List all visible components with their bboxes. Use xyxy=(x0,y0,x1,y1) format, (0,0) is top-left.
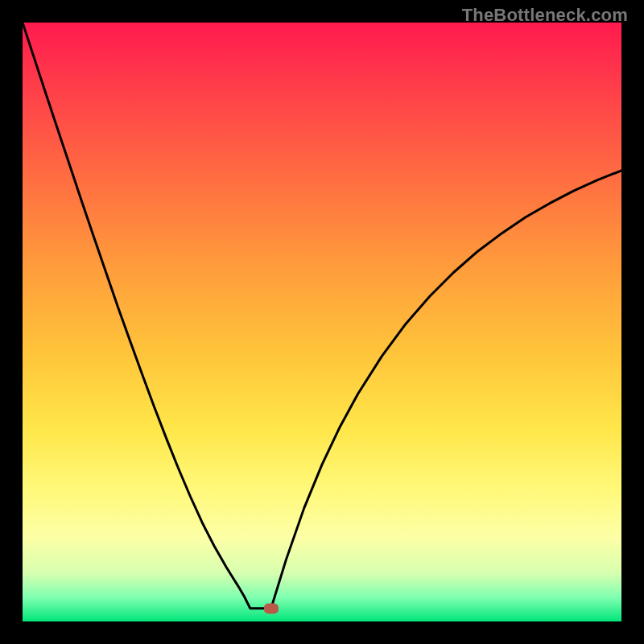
optimal-point-marker xyxy=(264,603,279,613)
chart-frame: TheBottleneck.com xyxy=(0,0,644,644)
plot-area xyxy=(23,23,621,621)
curve-overlay xyxy=(23,23,621,621)
bottleneck-curve xyxy=(23,23,621,609)
